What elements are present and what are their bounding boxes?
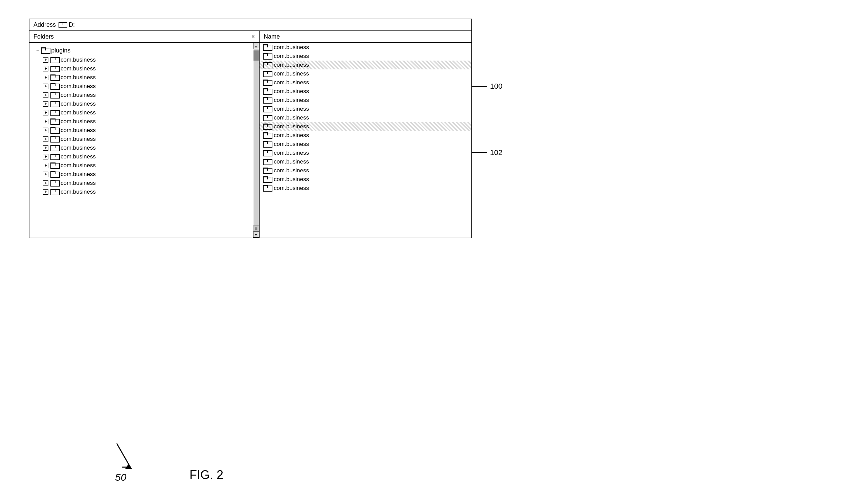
root-item-label: plugins bbox=[51, 47, 70, 54]
right-item[interactable]: com.business bbox=[260, 105, 471, 114]
right-item[interactable]: com.business bbox=[260, 149, 471, 157]
scroll-up-arrow[interactable]: ▲ bbox=[253, 43, 259, 49]
folder-icon bbox=[263, 79, 271, 86]
right-item[interactable]: com.business bbox=[260, 78, 471, 87]
tree-item[interactable]: + com.business bbox=[30, 108, 253, 117]
tree-item[interactable]: + com.business bbox=[30, 64, 253, 73]
tree-item[interactable]: + com.business bbox=[30, 170, 253, 179]
expand-icon[interactable]: + bbox=[43, 110, 48, 115]
tree-item[interactable]: + com.business bbox=[30, 126, 253, 135]
tree-item[interactable]: + com.business bbox=[30, 99, 253, 108]
expand-icon[interactable]: + bbox=[43, 154, 48, 159]
item-label: com.business bbox=[274, 150, 309, 157]
right-item[interactable]: com.business bbox=[260, 52, 471, 61]
scroll-middle-indicator[interactable]: ≡ bbox=[253, 225, 259, 232]
expand-icon[interactable]: + bbox=[43, 145, 48, 151]
item-label: com.business bbox=[274, 106, 309, 113]
expand-icon[interactable]: + bbox=[43, 128, 48, 133]
tree-item[interactable]: + com.business bbox=[30, 117, 253, 126]
right-item[interactable]: com.business bbox=[260, 43, 471, 52]
folder-icon bbox=[51, 162, 58, 169]
folder-icon bbox=[263, 168, 271, 174]
expand-icon[interactable]: + bbox=[43, 172, 48, 177]
item-label: com.business bbox=[61, 74, 96, 81]
folder-icon bbox=[263, 44, 271, 51]
folders-header: Folders × bbox=[30, 31, 259, 43]
item-label: com.business bbox=[274, 123, 309, 130]
item-label: com.business bbox=[274, 141, 309, 148]
close-button[interactable]: × bbox=[251, 33, 255, 40]
expand-icon[interactable]: + bbox=[43, 66, 48, 72]
folder-icon bbox=[51, 83, 58, 90]
right-item[interactable]: com.business bbox=[260, 166, 471, 175]
item-label: com.business bbox=[61, 127, 96, 134]
expand-icon[interactable]: + bbox=[43, 57, 48, 63]
item-label: com.business bbox=[274, 176, 309, 183]
tree-item[interactable]: + com.business bbox=[30, 188, 253, 196]
name-content: com.business com.business com.business c… bbox=[260, 43, 471, 238]
folder-icon bbox=[51, 154, 58, 160]
item-label: com.business bbox=[61, 162, 96, 169]
folder-icon bbox=[51, 180, 58, 186]
folder-icon bbox=[263, 159, 271, 165]
expand-icon[interactable]: + bbox=[43, 119, 48, 124]
collapse-icon[interactable]: − bbox=[36, 48, 39, 53]
folder-icon bbox=[51, 66, 58, 72]
tree-item[interactable]: + com.business bbox=[30, 73, 253, 82]
tree-item[interactable]: + com.business bbox=[30, 91, 253, 99]
folders-content: − plugins + com.business + com.business bbox=[30, 43, 259, 238]
expand-icon[interactable]: + bbox=[43, 136, 48, 142]
right-item-highlighted-100[interactable]: com.business bbox=[260, 61, 471, 70]
scroll-thumb[interactable] bbox=[253, 51, 259, 61]
folder-icon bbox=[51, 92, 58, 98]
tree-item[interactable]: + com.business bbox=[30, 135, 253, 143]
right-item[interactable]: com.business bbox=[260, 96, 471, 105]
item-label: com.business bbox=[61, 100, 96, 107]
tree-item[interactable]: + com.business bbox=[30, 161, 253, 170]
folder-icon bbox=[263, 150, 271, 157]
item-label: com.business bbox=[274, 79, 309, 86]
expand-icon[interactable]: + bbox=[43, 163, 48, 168]
tree-item[interactable]: + com.business bbox=[30, 152, 253, 161]
svg-line-4 bbox=[117, 444, 130, 467]
name-panel: Name com.business com.business com.busin… bbox=[260, 31, 471, 238]
right-item[interactable]: com.business bbox=[260, 70, 471, 78]
expand-icon[interactable]: + bbox=[43, 75, 48, 80]
scroll-track[interactable] bbox=[253, 49, 259, 225]
tree-item[interactable]: + com.business bbox=[30, 82, 253, 91]
address-label: Address bbox=[33, 21, 56, 29]
item-label: com.business bbox=[61, 92, 96, 98]
name-label: Name bbox=[264, 33, 280, 40]
right-item[interactable]: com.business bbox=[260, 184, 471, 193]
folder-icon bbox=[263, 106, 271, 113]
panels-container: Folders × − plugins + com.business bbox=[30, 31, 471, 238]
expand-icon[interactable]: + bbox=[43, 93, 48, 98]
folder-icon bbox=[51, 74, 58, 81]
folder-icon bbox=[51, 57, 58, 63]
folder-icon bbox=[263, 88, 271, 95]
tree-item[interactable]: + com.business bbox=[30, 143, 253, 152]
scroll-down-arrow[interactable]: ▼ bbox=[253, 232, 259, 238]
tree-root-item[interactable]: − plugins bbox=[30, 46, 253, 55]
right-item[interactable]: com.business bbox=[260, 87, 471, 96]
right-item[interactable]: com.business bbox=[260, 175, 471, 184]
item-label: com.business bbox=[61, 65, 96, 72]
svg-marker-6 bbox=[125, 464, 132, 469]
folder-icon bbox=[51, 110, 58, 116]
expand-icon[interactable]: + bbox=[43, 84, 48, 89]
right-item[interactable]: com.business bbox=[260, 157, 471, 166]
right-item[interactable]: com.business bbox=[260, 114, 471, 122]
expand-icon[interactable]: + bbox=[43, 189, 48, 195]
expand-icon[interactable]: + bbox=[43, 101, 48, 107]
file-explorer-window: Address D: Folders × − plugins bbox=[29, 19, 472, 238]
folder-icon bbox=[51, 136, 58, 142]
right-item-highlighted-102[interactable]: com.business bbox=[260, 122, 471, 131]
right-item[interactable]: com.business bbox=[260, 140, 471, 149]
tree-item[interactable]: + com.business bbox=[30, 179, 253, 188]
left-scrollbar[interactable]: ▲ ≡ ▼ bbox=[253, 43, 259, 238]
tree-item[interactable]: + com.business bbox=[30, 55, 253, 64]
expand-icon[interactable]: + bbox=[43, 180, 48, 186]
folder-icon bbox=[263, 97, 271, 104]
right-item[interactable]: com.business bbox=[260, 131, 471, 140]
address-path: D: bbox=[69, 21, 75, 29]
